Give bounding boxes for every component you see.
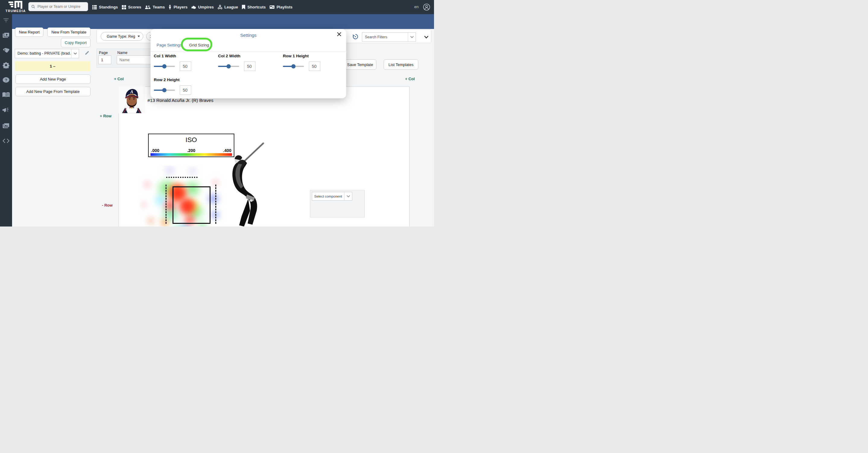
zone-dashed-left [165, 185, 166, 224]
save-template-button[interactable]: Save Template [344, 59, 376, 70]
code-icon[interactable] [0, 139, 12, 143]
iso-tick-max: .400 [223, 148, 231, 153]
chevron-down-icon [137, 36, 140, 37]
component-select-placeholder: Select component [312, 192, 344, 200]
search-filters-select[interactable]: Search Filters [362, 32, 416, 41]
nav-label: League [224, 5, 238, 9]
page-header-bar [12, 14, 434, 29]
help-icon[interactable]: ? [0, 77, 12, 83]
user-avatar[interactable] [423, 4, 430, 12]
chevron-down-icon [71, 49, 79, 58]
trumedia-app: TRUMEDIA Standings [0, 0, 434, 227]
global-search[interactable] [28, 2, 88, 11]
col2-width-slider[interactable] [218, 64, 239, 68]
nav-item-playlists[interactable]: Playlists [270, 5, 292, 9]
add-new-page-from-template-button[interactable]: Add New Page From Template [16, 87, 91, 96]
filter-history-icon[interactable] [352, 34, 358, 41]
umpires-icon [191, 5, 196, 9]
page-row-1[interactable]: 1 – [15, 61, 90, 71]
collapse-toolbar-chevron-icon[interactable] [424, 34, 429, 40]
nav-item-scores[interactable]: Scores [122, 5, 141, 9]
add-col-left-link[interactable]: + Col [114, 77, 124, 81]
nav-label: Players [174, 5, 187, 9]
new-from-template-button[interactable]: New From Template [48, 27, 91, 37]
filter-chip-game-type[interactable]: Game Type: Reg [101, 32, 143, 41]
close-icon[interactable] [337, 32, 341, 38]
search-icon [31, 4, 35, 9]
nav-item-standings[interactable]: Standings [92, 5, 118, 9]
image-library-icon[interactable] [0, 123, 12, 129]
nav-item-players[interactable]: Players [168, 5, 187, 9]
report-select[interactable]: Demo: batting - PRIVATE (brad... [15, 49, 79, 58]
tab-page-settings[interactable]: Page Settings [157, 43, 182, 47]
page-column-header: Page [99, 51, 108, 55]
tag-icon[interactable] [0, 47, 12, 53]
zone-dashed-top [166, 177, 197, 178]
remove-row-link[interactable]: - Row [102, 203, 113, 208]
slider-thumb[interactable] [226, 64, 231, 68]
standings-icon [92, 5, 97, 9]
player-header: #13 Ronald Acuña Jr. (R) Braves [148, 98, 213, 103]
megaphone-icon[interactable] [0, 107, 12, 113]
component-select[interactable]: Select component [312, 192, 352, 201]
col1-width-slider[interactable] [154, 64, 175, 68]
filter-icon[interactable] [0, 18, 12, 23]
language-selector[interactable]: en [414, 4, 418, 9]
row2-height-label: Row 2 Height [154, 78, 211, 82]
left-icon-sidebar: ? [0, 14, 12, 227]
report-select-value: Demo: batting - PRIVATE (brad... [15, 49, 71, 58]
trumedia-logo[interactable]: TRUMEDIA [2, 0, 30, 14]
svg-text:?: ? [5, 78, 7, 82]
players-icon [168, 5, 171, 9]
slider-thumb[interactable] [162, 88, 166, 92]
settings-modal: Settings Page Settings Grid Sizing Col 1… [151, 29, 346, 98]
list-templates-button[interactable]: List Templates [384, 59, 418, 70]
nav-item-league[interactable]: League [218, 5, 238, 9]
nav-item-shortcuts[interactable]: Shortcuts [242, 5, 266, 9]
strike-zone-rect [173, 186, 211, 224]
nav-label: Shortcuts [247, 5, 266, 9]
teams-icon [145, 5, 151, 9]
add-row-link[interactable]: + Row [100, 114, 112, 118]
league-icon [218, 5, 222, 9]
col2-width-input[interactable] [244, 62, 255, 71]
empty-cell-card: Select component [310, 190, 365, 217]
search-input[interactable] [37, 4, 85, 9]
tab-grid-sizing[interactable]: Grid Sizing [189, 43, 209, 47]
add-col-right-link[interactable]: + Col [405, 77, 415, 81]
add-new-page-button[interactable]: Add New Page [16, 74, 91, 84]
nav-label: Teams [153, 5, 165, 9]
new-report-button[interactable]: New Report [15, 27, 43, 37]
nav-label: Playlists [277, 5, 292, 9]
row2-height-slider[interactable] [154, 88, 175, 92]
nav-label: Umpires [198, 5, 214, 9]
col1-width-input[interactable] [180, 62, 191, 71]
video-library-icon[interactable] [0, 32, 12, 38]
edit-report-pencil-icon[interactable] [85, 50, 90, 56]
scores-icon [122, 5, 126, 9]
gear-icon[interactable] [0, 62, 12, 68]
book-icon[interactable] [0, 92, 12, 98]
slider-thumb[interactable] [162, 64, 166, 68]
modal-divider [151, 51, 346, 52]
nav-item-teams[interactable]: Teams [145, 5, 165, 9]
row1-height-input[interactable] [309, 62, 320, 71]
logo-wordmark: TRUMEDIA [2, 9, 30, 13]
settings-modal-title: Settings [151, 33, 346, 38]
iso-color-scale [151, 153, 232, 156]
chevron-down-icon [408, 33, 415, 41]
nav-label: Scores [128, 5, 141, 9]
name-column-header: Name [117, 51, 127, 55]
nav-item-umpires[interactable]: Umpires [191, 5, 214, 9]
playlists-icon [270, 5, 275, 9]
row1-height-slider[interactable] [283, 64, 304, 68]
slider-thumb[interactable] [291, 64, 296, 68]
avatar-icon [423, 4, 430, 10]
row1-height-label: Row 1 Height [283, 54, 340, 58]
copy-report-button[interactable]: Copy Report [61, 38, 91, 47]
iso-tick-mid: .200 [149, 148, 234, 153]
page-number-input[interactable] [98, 56, 111, 64]
top-nav-items: Standings Scores Teams Pl [92, 0, 292, 14]
row2-height-input[interactable] [180, 85, 191, 95]
col2-width-label: Col 2 Width [218, 54, 275, 58]
